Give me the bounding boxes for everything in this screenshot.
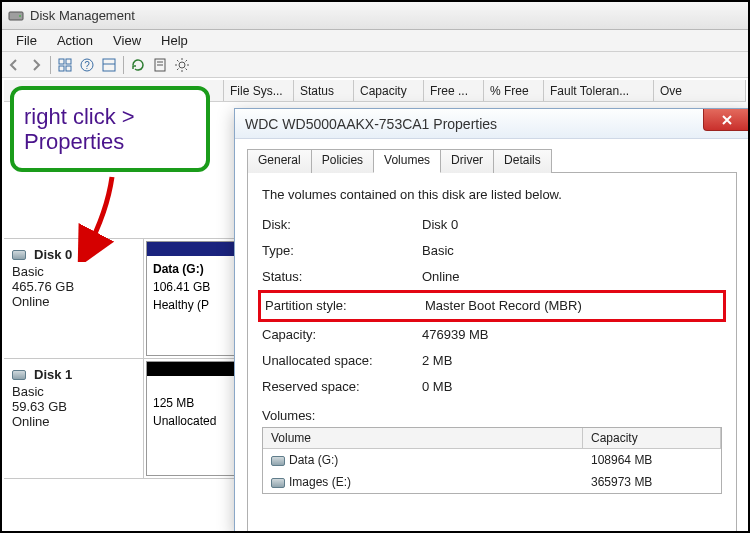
disk-0-vol-name: Data (G:) [147,260,235,278]
disk-1-name: Disk 1 [34,367,72,382]
back-icon[interactable] [6,57,22,73]
disk-0-volume[interactable]: Data (G:) 106.41 GB Healthy (P [146,241,236,356]
table-row[interactable]: Images (E:) 365973 MB [263,471,721,493]
dialog-titlebar[interactable]: WDC WD5000AAKX-753CA1 Properties [235,109,749,139]
value-partition-style: Master Boot Record (MBR) [425,293,582,319]
svg-text:?: ? [84,60,90,71]
annotation-arrow-1 [72,172,132,262]
disk-0-type: Basic [12,264,135,279]
tab-driver[interactable]: Driver [440,149,494,173]
svg-point-1 [19,15,21,17]
volumes-table-header: Volume Capacity [263,428,721,449]
label-disk: Disk: [262,212,422,238]
col-pct-free[interactable]: % Free [484,80,544,101]
volume-stripe [147,242,235,256]
disk-1-vol-size: 125 MB [147,394,235,412]
close-icon [721,114,733,126]
label-capacity: Capacity: [262,322,422,348]
intro-text: The volumes contained on this disk are l… [262,187,722,202]
window-title: Disk Management [30,8,135,23]
value-status: Online [422,264,460,290]
settings-icon[interactable] [174,57,190,73]
disk-management-titlebar: Disk Management [2,2,748,30]
row-0-cap: 108964 MB [583,451,660,469]
drive-icon [12,370,26,380]
row-0-name: Data (G:) [289,453,338,467]
separator [123,56,124,74]
table-row[interactable]: Data (G:) 108964 MB [263,449,721,471]
label-partition-style: Partition style: [265,293,425,319]
svg-rect-8 [103,59,115,71]
drive-icon [271,478,285,488]
tab-page-volumes: The volumes contained on this disk are l… [247,172,737,533]
properties-icon[interactable] [152,57,168,73]
layout-icon[interactable] [101,57,117,73]
col-status[interactable]: Status [294,80,354,101]
svg-rect-2 [59,59,64,64]
close-button[interactable] [703,109,749,131]
drive-icon [12,250,26,260]
menu-view[interactable]: View [103,31,151,50]
tab-general[interactable]: General [247,149,312,173]
partition-style-highlight: Partition style: Master Boot Record (MBR… [258,290,726,322]
tab-strip: General Policies Volumes Driver Details [247,149,737,173]
drive-icon [271,456,285,466]
label-type: Type: [262,238,422,264]
help-icon[interactable]: ? [79,57,95,73]
properties-dialog: WDC WD5000AAKX-753CA1 Properties General… [234,108,750,533]
row-1-cap: 365973 MB [583,473,660,491]
disk-0-status: Online [12,294,135,309]
col-capacity[interactable]: Capacity [354,80,424,101]
annotation-line-2: Properties [24,129,196,154]
tab-volumes[interactable]: Volumes [373,149,441,173]
svg-rect-5 [66,66,71,71]
col-overhead[interactable]: Ove [654,80,746,101]
row-1-name: Images (E:) [289,475,351,489]
label-unallocated: Unallocated space: [262,348,422,374]
menu-help[interactable]: Help [151,31,198,50]
label-reserved: Reserved space: [262,374,422,400]
menu-bar: File Action View Help [2,30,748,52]
annotation-line-1: right click > [24,104,196,129]
col-volume-name[interactable]: Volume [263,428,583,448]
forward-icon[interactable] [28,57,44,73]
col-filesystem[interactable]: File Sys... [224,80,294,101]
disk-1-status: Online [12,414,135,429]
menu-file[interactable]: File [6,31,47,50]
disk-1-vol-info: Unallocated [147,412,235,430]
label-status: Status: [262,264,422,290]
value-capacity: 476939 MB [422,322,489,348]
volume-stripe [147,362,235,376]
disk-1-info: Disk 1 Basic 59.63 GB Online [4,359,144,478]
svg-point-13 [179,62,185,68]
annotation-callout: right click > Properties [10,86,210,172]
value-type: Basic [422,238,454,264]
col-volume-capacity[interactable]: Capacity [583,428,721,448]
menu-action[interactable]: Action [47,31,103,50]
col-fault[interactable]: Fault Toleran... [544,80,654,101]
volumes-section-label: Volumes: [262,408,722,423]
tab-details[interactable]: Details [493,149,552,173]
refresh-icon[interactable] [130,57,146,73]
disk-1-volume[interactable]: 125 MB Unallocated [146,361,236,476]
grid-icon[interactable] [57,57,73,73]
value-unallocated: 2 MB [422,348,452,374]
toolbar: ? [2,52,748,78]
value-disk: Disk 0 [422,212,458,238]
svg-rect-3 [66,59,71,64]
volumes-table[interactable]: Volume Capacity Data (G:) 108964 MB Imag… [262,427,722,494]
tab-policies[interactable]: Policies [311,149,374,173]
disk-1-type: Basic [12,384,135,399]
disk-0-name: Disk 0 [34,247,72,262]
separator [50,56,51,74]
disk-0-vol-info: Healthy (P [147,296,235,314]
svg-rect-4 [59,66,64,71]
col-free[interactable]: Free ... [424,80,484,101]
disk-0-size: 465.76 GB [12,279,135,294]
disk-mgmt-icon [8,8,24,24]
disk-0-vol-size: 106.41 GB [147,278,235,296]
dialog-title: WDC WD5000AAKX-753CA1 Properties [245,116,497,132]
value-reserved: 0 MB [422,374,452,400]
disk-1-size: 59.63 GB [12,399,135,414]
dialog-body: General Policies Volumes Driver Details … [235,139,749,533]
